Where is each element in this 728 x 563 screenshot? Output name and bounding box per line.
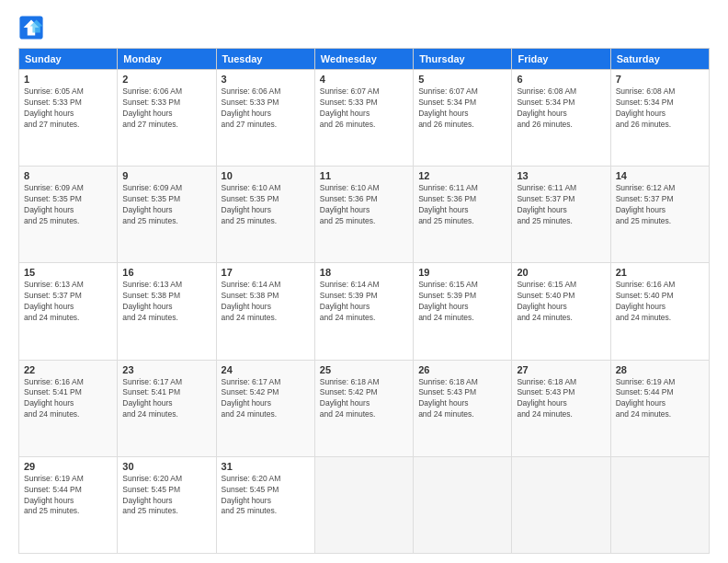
calendar-weekday-tuesday: Tuesday [216, 49, 314, 70]
day-number: 5 [418, 74, 506, 85]
logo [18, 15, 48, 40]
day-detail: Sunrise: 6:09 AM Sunset: 5:35 PM Dayligh… [24, 183, 112, 227]
day-detail: Sunrise: 6:19 AM Sunset: 5:44 PM Dayligh… [24, 474, 112, 518]
calendar: SundayMondayTuesdayWednesdayThursdayFrid… [18, 48, 710, 554]
day-number: 10 [222, 170, 310, 181]
calendar-cell: 31 Sunrise: 6:20 AM Sunset: 5:45 PM Dayl… [216, 456, 314, 553]
day-number: 17 [222, 267, 310, 278]
calendar-cell: 16 Sunrise: 6:13 AM Sunset: 5:38 PM Dayl… [118, 263, 216, 360]
calendar-cell [414, 456, 512, 553]
calendar-weekday-thursday: Thursday [414, 49, 512, 70]
calendar-cell: 15 Sunrise: 6:13 AM Sunset: 5:37 PM Dayl… [19, 263, 118, 360]
day-number: 19 [418, 267, 506, 278]
day-detail: Sunrise: 6:14 AM Sunset: 5:38 PM Dayligh… [222, 280, 310, 324]
day-number: 31 [222, 461, 310, 472]
day-detail: Sunrise: 6:14 AM Sunset: 5:39 PM Dayligh… [320, 280, 408, 324]
calendar-cell: 10 Sunrise: 6:10 AM Sunset: 5:35 PM Dayl… [216, 167, 314, 263]
calendar-weekday-saturday: Saturday [610, 49, 709, 70]
calendar-cell: 23 Sunrise: 6:17 AM Sunset: 5:41 PM Dayl… [118, 360, 216, 456]
calendar-cell: 30 Sunrise: 6:20 AM Sunset: 5:45 PM Dayl… [118, 456, 216, 553]
calendar-cell: 2 Sunrise: 6:06 AM Sunset: 5:33 PM Dayli… [118, 70, 216, 167]
calendar-cell: 21 Sunrise: 6:16 AM Sunset: 5:40 PM Dayl… [610, 263, 709, 360]
day-number: 22 [24, 364, 112, 375]
day-number: 12 [418, 170, 506, 181]
calendar-cell: 4 Sunrise: 6:07 AM Sunset: 5:33 PM Dayli… [314, 70, 413, 167]
day-number: 25 [320, 364, 408, 375]
day-detail: Sunrise: 6:17 AM Sunset: 5:41 PM Dayligh… [122, 377, 210, 421]
day-detail: Sunrise: 6:13 AM Sunset: 5:38 PM Dayligh… [122, 280, 210, 324]
calendar-cell: 9 Sunrise: 6:09 AM Sunset: 5:35 PM Dayli… [118, 167, 216, 263]
calendar-weekday-sunday: Sunday [19, 49, 118, 70]
calendar-cell: 27 Sunrise: 6:18 AM Sunset: 5:43 PM Dayl… [512, 360, 610, 456]
day-number: 15 [24, 267, 112, 278]
calendar-body: 1 Sunrise: 6:05 AM Sunset: 5:33 PM Dayli… [19, 70, 710, 554]
day-number: 7 [616, 74, 704, 85]
day-detail: Sunrise: 6:07 AM Sunset: 5:34 PM Dayligh… [418, 86, 506, 131]
day-detail: Sunrise: 6:19 AM Sunset: 5:44 PM Dayligh… [616, 377, 704, 421]
calendar-weekday-friday: Friday [512, 49, 610, 70]
day-number: 4 [320, 74, 408, 85]
calendar-cell: 25 Sunrise: 6:18 AM Sunset: 5:42 PM Dayl… [314, 360, 413, 456]
calendar-week-2: 8 Sunrise: 6:09 AM Sunset: 5:35 PM Dayli… [19, 167, 710, 263]
day-number: 27 [517, 364, 605, 375]
day-detail: Sunrise: 6:16 AM Sunset: 5:40 PM Dayligh… [616, 280, 704, 324]
calendar-cell: 28 Sunrise: 6:19 AM Sunset: 5:44 PM Dayl… [610, 360, 709, 456]
day-number: 1 [24, 74, 112, 85]
day-number: 18 [320, 267, 408, 278]
calendar-cell: 14 Sunrise: 6:12 AM Sunset: 5:37 PM Dayl… [610, 167, 709, 263]
day-detail: Sunrise: 6:15 AM Sunset: 5:40 PM Dayligh… [517, 280, 605, 324]
calendar-week-4: 22 Sunrise: 6:16 AM Sunset: 5:41 PM Dayl… [19, 360, 710, 456]
day-detail: Sunrise: 6:20 AM Sunset: 5:45 PM Dayligh… [222, 474, 310, 518]
day-detail: Sunrise: 6:11 AM Sunset: 5:37 PM Dayligh… [517, 183, 605, 227]
day-detail: Sunrise: 6:18 AM Sunset: 5:43 PM Dayligh… [517, 377, 605, 421]
day-number: 23 [122, 364, 210, 375]
day-number: 13 [517, 170, 605, 181]
day-detail: Sunrise: 6:18 AM Sunset: 5:42 PM Dayligh… [320, 377, 408, 421]
calendar-weekday-wednesday: Wednesday [314, 49, 413, 70]
page: SundayMondayTuesdayWednesdayThursdayFrid… [0, 0, 728, 563]
day-number: 2 [122, 74, 210, 85]
day-number: 6 [517, 74, 605, 85]
calendar-week-5: 29 Sunrise: 6:19 AM Sunset: 5:44 PM Dayl… [19, 456, 710, 553]
day-number: 21 [616, 267, 704, 278]
calendar-cell: 26 Sunrise: 6:18 AM Sunset: 5:43 PM Dayl… [414, 360, 512, 456]
day-detail: Sunrise: 6:07 AM Sunset: 5:33 PM Dayligh… [320, 86, 408, 131]
calendar-cell [512, 456, 610, 553]
logo-icon [18, 15, 44, 40]
calendar-cell: 20 Sunrise: 6:15 AM Sunset: 5:40 PM Dayl… [512, 263, 610, 360]
day-number: 30 [122, 461, 210, 472]
day-number: 20 [517, 267, 605, 278]
calendar-cell: 17 Sunrise: 6:14 AM Sunset: 5:38 PM Dayl… [216, 263, 314, 360]
day-number: 29 [24, 461, 112, 472]
calendar-cell [610, 456, 709, 553]
day-detail: Sunrise: 6:09 AM Sunset: 5:35 PM Dayligh… [122, 183, 210, 227]
calendar-cell: 18 Sunrise: 6:14 AM Sunset: 5:39 PM Dayl… [314, 263, 413, 360]
day-detail: Sunrise: 6:11 AM Sunset: 5:36 PM Dayligh… [418, 183, 506, 227]
calendar-cell: 24 Sunrise: 6:17 AM Sunset: 5:42 PM Dayl… [216, 360, 314, 456]
day-detail: Sunrise: 6:16 AM Sunset: 5:41 PM Dayligh… [24, 377, 112, 421]
calendar-cell: 6 Sunrise: 6:08 AM Sunset: 5:34 PM Dayli… [512, 70, 610, 167]
day-detail: Sunrise: 6:15 AM Sunset: 5:39 PM Dayligh… [418, 280, 506, 324]
day-detail: Sunrise: 6:17 AM Sunset: 5:42 PM Dayligh… [222, 377, 310, 421]
day-detail: Sunrise: 6:08 AM Sunset: 5:34 PM Dayligh… [616, 86, 704, 131]
calendar-cell [314, 456, 413, 553]
day-detail: Sunrise: 6:05 AM Sunset: 5:33 PM Dayligh… [24, 86, 112, 131]
day-detail: Sunrise: 6:20 AM Sunset: 5:45 PM Dayligh… [122, 474, 210, 518]
day-number: 24 [222, 364, 310, 375]
calendar-week-1: 1 Sunrise: 6:05 AM Sunset: 5:33 PM Dayli… [19, 70, 710, 167]
day-number: 11 [320, 170, 408, 181]
calendar-cell: 5 Sunrise: 6:07 AM Sunset: 5:34 PM Dayli… [414, 70, 512, 167]
calendar-cell: 3 Sunrise: 6:06 AM Sunset: 5:33 PM Dayli… [216, 70, 314, 167]
day-detail: Sunrise: 6:10 AM Sunset: 5:36 PM Dayligh… [320, 183, 408, 227]
calendar-header-row: SundayMondayTuesdayWednesdayThursdayFrid… [19, 49, 710, 70]
day-detail: Sunrise: 6:10 AM Sunset: 5:35 PM Dayligh… [222, 183, 310, 227]
calendar-cell: 13 Sunrise: 6:11 AM Sunset: 5:37 PM Dayl… [512, 167, 610, 263]
day-detail: Sunrise: 6:08 AM Sunset: 5:34 PM Dayligh… [517, 86, 605, 131]
day-detail: Sunrise: 6:12 AM Sunset: 5:37 PM Dayligh… [616, 183, 704, 227]
calendar-cell: 12 Sunrise: 6:11 AM Sunset: 5:36 PM Dayl… [414, 167, 512, 263]
day-number: 26 [418, 364, 506, 375]
calendar-cell: 29 Sunrise: 6:19 AM Sunset: 5:44 PM Dayl… [19, 456, 118, 553]
header [18, 15, 710, 40]
day-number: 14 [616, 170, 704, 181]
day-detail: Sunrise: 6:06 AM Sunset: 5:33 PM Dayligh… [222, 86, 310, 131]
